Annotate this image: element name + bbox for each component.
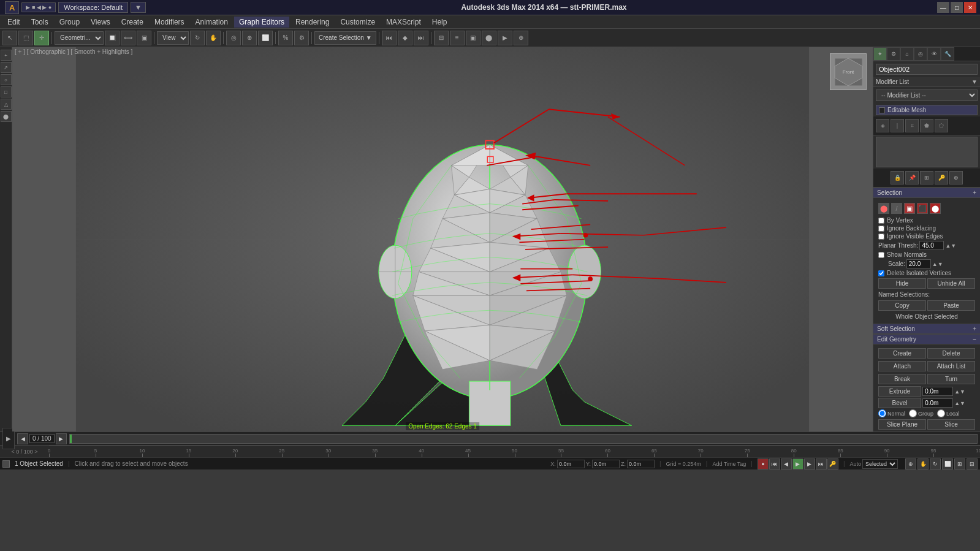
material-editor[interactable]: ⬤ — [482, 31, 496, 45]
ignore-visible-edges-checkbox[interactable] — [878, 234, 884, 240]
left-tool-3[interactable]: ○ — [1, 74, 12, 85]
left-tool-6[interactable]: ⬤ — [1, 111, 12, 122]
attach-list-button[interactable]: Attach List — [927, 361, 975, 371]
zoom-extents[interactable]: ⬜ — [258, 31, 273, 45]
layer-mgr[interactable]: ≡ — [450, 31, 465, 45]
key-mode-button[interactable]: 🔑 — [827, 458, 838, 469]
render-frame[interactable]: ▶ — [498, 31, 512, 45]
lock-icon[interactable]: 🔒 — [891, 171, 904, 184]
y-coord[interactable] — [592, 460, 620, 468]
selection-section-header[interactable]: Selection + — [873, 188, 980, 198]
move-tool[interactable]: ✛ — [34, 31, 49, 45]
tab-hierarchy[interactable]: ⌂ — [900, 47, 914, 61]
normal-radio[interactable] — [878, 409, 886, 417]
planar-thresh-input[interactable] — [919, 241, 944, 250]
subobj-btn-3[interactable]: ⌗ — [905, 119, 919, 132]
edit-geometry-header[interactable]: Edit Geometry − — [873, 334, 980, 344]
sel-element[interactable]: ⬤ — [930, 203, 941, 214]
prev-key[interactable]: ⏮ — [382, 31, 397, 45]
sel-face[interactable]: ▣ — [904, 203, 915, 214]
menu-edit[interactable]: Edit — [2, 17, 25, 28]
select-tool[interactable]: ↖ — [2, 31, 17, 45]
vp-field[interactable]: ⊞ — [954, 458, 965, 469]
toggle-key-mode-fwd[interactable]: ▶ — [56, 433, 67, 444]
sel-polygon[interactable]: ⬛ — [917, 203, 928, 214]
z-coord[interactable] — [627, 460, 655, 468]
extra-btn[interactable]: ⊕ — [514, 31, 528, 45]
play-button[interactable]: ▶ — [792, 458, 803, 469]
subobj-btn-5[interactable]: ⬠ — [935, 119, 948, 132]
extra-icon[interactable]: ⊕ — [949, 171, 963, 184]
vp-extra[interactable]: ⊟ — [967, 458, 978, 469]
view-dropdown[interactable]: View — [157, 31, 189, 45]
render-quick[interactable]: ▣ — [466, 31, 481, 45]
zoom[interactable]: ⊕ — [242, 31, 257, 45]
planar-thresh-spinner[interactable]: ▲▼ — [945, 243, 956, 249]
hide-button[interactable]: Hide — [878, 278, 926, 289]
menu-animation[interactable]: Animation — [191, 17, 233, 28]
select-region[interactable]: ⬚ — [18, 31, 33, 45]
bevel-spinner[interactable]: ▲▼ — [954, 400, 965, 406]
pan-view[interactable]: ✋ — [206, 31, 221, 45]
menu-views[interactable]: Views — [86, 17, 115, 28]
menu-rendering[interactable]: Rendering — [291, 17, 334, 28]
slice-plane-button[interactable]: Slice Plane — [878, 419, 926, 430]
scale-input[interactable] — [906, 259, 931, 268]
tab-motion[interactable]: ◎ — [914, 47, 927, 61]
paste-button[interactable]: Paste — [927, 300, 975, 311]
mini-play-btn[interactable]: ▶ — [6, 435, 11, 442]
vp-max[interactable]: ⬜ — [942, 458, 953, 469]
reference-coord[interactable]: ⊟ — [434, 31, 449, 45]
object-name-input[interactable] — [876, 64, 978, 75]
create-button[interactable]: Create — [878, 348, 926, 359]
snap-tool[interactable]: 🔲 — [105, 31, 120, 45]
sel-edge[interactable]: / — [891, 203, 902, 214]
modifier-list-arrow[interactable]: ▼ — [971, 78, 978, 85]
scrubber-bar[interactable]: 0510152025303540455055606570758085909510… — [49, 446, 980, 457]
viewport[interactable]: [ + ] [ Orthographic ] [ Smooth + Highli… — [12, 47, 873, 431]
set-key[interactable]: ◆ — [398, 31, 412, 45]
attach-button[interactable]: Attach — [878, 361, 926, 371]
close-button[interactable]: ✕ — [964, 2, 976, 13]
key-mode-select[interactable]: Selected — [862, 459, 898, 469]
next-frame-button[interactable]: ▶ — [804, 458, 815, 469]
subobj-btn-2[interactable]: | — [891, 119, 904, 132]
delete-button[interactable]: Delete — [927, 348, 975, 359]
sel-vertex[interactable]: ⬤ — [878, 203, 889, 214]
local-radio-label[interactable]: Local — [937, 409, 960, 417]
menu-customize[interactable]: Customize — [335, 17, 380, 28]
unhide-all-button[interactable]: Unhide All — [927, 278, 975, 289]
status-mode-indicator[interactable] — [2, 460, 10, 468]
align-tool[interactable]: ▣ — [137, 31, 151, 45]
soft-selection-header[interactable]: Soft Selection + — [873, 324, 980, 334]
maximize-button[interactable]: □ — [951, 2, 963, 13]
copy-button[interactable]: Copy — [878, 300, 926, 311]
left-tool-4[interactable]: □ — [1, 86, 12, 97]
vp-orbit[interactable]: ↻ — [930, 458, 941, 469]
x-coord[interactable] — [557, 460, 585, 468]
menu-help[interactable]: Help — [427, 17, 452, 28]
geometry-dropdown[interactable]: Geometri... — [55, 31, 104, 45]
menu-maxscript[interactable]: MAXScript — [381, 17, 426, 28]
vp-pan[interactable]: ✋ — [917, 458, 929, 469]
nav-cube[interactable]: Front — [830, 53, 867, 90]
left-tool-5[interactable]: △ — [1, 99, 12, 110]
workspace-dropdown-icon[interactable]: ▼ — [131, 2, 146, 13]
tab-modify[interactable]: ⚙ — [887, 47, 900, 61]
by-vertex-checkbox[interactable] — [878, 218, 884, 224]
menu-tools[interactable]: Tools — [26, 17, 53, 28]
goto-start-button[interactable]: ⏮ — [769, 458, 780, 469]
percent[interactable]: % — [278, 31, 293, 45]
group-radio[interactable] — [909, 409, 917, 417]
orbit[interactable]: ◎ — [226, 31, 241, 45]
menu-group[interactable]: Group — [55, 17, 85, 28]
time-slider[interactable] — [69, 434, 978, 444]
ignore-backfacing-checkbox[interactable] — [878, 226, 884, 232]
subobj-btn-4[interactable]: ⬟ — [920, 119, 933, 132]
local-radio[interactable] — [937, 409, 945, 417]
add-time-tag[interactable]: Add Time Tag — [712, 461, 746, 467]
vp-zoom[interactable]: ⊕ — [905, 458, 916, 469]
extrude-spinner[interactable]: ▲▼ — [954, 389, 965, 395]
modifier-entry[interactable]: Editable Mesh — [876, 105, 978, 115]
group-radio-label[interactable]: Group — [909, 409, 933, 417]
